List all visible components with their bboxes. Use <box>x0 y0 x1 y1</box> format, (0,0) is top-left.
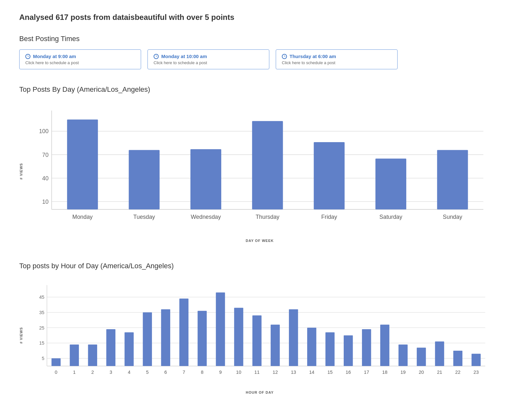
posting-card-title-3: Thursday at 6:00 am <box>282 54 391 59</box>
posting-cards-container: Monday at 9:00 am Click here to schedule… <box>19 49 494 69</box>
svg-rect-74 <box>399 345 408 366</box>
posting-card-title-2: Monday at 10:00 am <box>154 54 263 59</box>
svg-text:8: 8 <box>201 369 203 374</box>
svg-rect-52 <box>198 311 206 366</box>
svg-rect-78 <box>435 341 444 366</box>
chart2-inner: 5152535450123456789101112131415161718192… <box>26 277 494 394</box>
posting-card-2[interactable]: Monday at 10:00 am Click here to schedul… <box>147 49 269 69</box>
svg-text:40: 40 <box>42 175 49 182</box>
svg-text:17: 17 <box>364 369 369 374</box>
svg-text:10: 10 <box>42 199 49 205</box>
svg-text:4: 4 <box>128 369 130 374</box>
chart2-wrap: # VIEWS 51525354501234567891011121314151… <box>19 277 494 394</box>
svg-text:14: 14 <box>309 369 314 374</box>
chart2-y-label: # VIEWS <box>19 277 23 394</box>
svg-text:12: 12 <box>273 369 278 374</box>
posting-card-time-3: Thursday at 6:00 am <box>290 54 336 59</box>
svg-text:1: 1 <box>73 369 76 374</box>
posting-card-1[interactable]: Monday at 9:00 am Click here to schedule… <box>19 49 141 69</box>
svg-text:7: 7 <box>183 369 185 374</box>
svg-text:0: 0 <box>55 369 57 374</box>
best-posting-times-section: Best Posting Times Monday at 9:00 am Cli… <box>19 35 494 69</box>
main-title: Analysed 617 posts from dataisbeautiful … <box>19 13 494 22</box>
chart1-section: Top Posts By Day (America/Los_Angeles) #… <box>19 85 494 243</box>
svg-rect-80 <box>453 351 462 366</box>
best-posting-times-title: Best Posting Times <box>19 35 494 43</box>
svg-text:Tuesday: Tuesday <box>133 214 155 220</box>
svg-rect-14 <box>190 149 221 210</box>
svg-text:5: 5 <box>146 369 149 374</box>
svg-text:22: 22 <box>455 369 460 374</box>
clock-icon-1 <box>25 54 30 59</box>
svg-rect-62 <box>289 309 298 366</box>
svg-text:15: 15 <box>39 340 44 346</box>
svg-text:19: 19 <box>400 369 406 374</box>
posting-card-sub-3: Click here to schedule a post <box>282 60 391 65</box>
svg-text:100: 100 <box>39 128 49 134</box>
chart1-inner: 104070100MondayTuesdayWednesdayThursdayF… <box>26 100 494 243</box>
svg-rect-72 <box>380 325 389 366</box>
svg-rect-40 <box>88 345 97 366</box>
svg-text:6: 6 <box>164 369 167 374</box>
posting-card-time-1: Monday at 9:00 am <box>33 54 76 59</box>
svg-rect-42 <box>106 329 115 366</box>
svg-text:15: 15 <box>327 369 332 374</box>
clock-icon-2 <box>154 54 159 59</box>
svg-text:Sunday: Sunday <box>443 214 462 220</box>
svg-rect-22 <box>437 150 468 209</box>
chart1-svg: 104070100MondayTuesdayWednesdayThursdayF… <box>26 100 494 236</box>
svg-rect-36 <box>52 358 61 366</box>
svg-text:35: 35 <box>39 310 44 315</box>
svg-text:2: 2 <box>91 369 94 374</box>
posting-card-3[interactable]: Thursday at 6:00 am Click here to schedu… <box>276 49 398 69</box>
chart1-wrap: # VIEWS 104070100MondayTuesdayWednesdayT… <box>19 100 494 243</box>
svg-rect-66 <box>325 332 334 366</box>
chart2-x-label: HOUR OF DAY <box>26 390 494 394</box>
svg-text:Wednesday: Wednesday <box>191 214 221 220</box>
svg-rect-56 <box>234 308 243 366</box>
svg-text:5: 5 <box>42 356 44 361</box>
svg-text:16: 16 <box>346 369 351 374</box>
svg-text:11: 11 <box>254 369 259 374</box>
posting-card-title-1: Monday at 9:00 am <box>25 54 135 59</box>
svg-text:10: 10 <box>236 369 241 374</box>
svg-text:3: 3 <box>110 369 112 374</box>
svg-text:21: 21 <box>437 369 442 374</box>
svg-text:18: 18 <box>382 369 387 374</box>
svg-rect-60 <box>271 325 280 366</box>
svg-text:20: 20 <box>419 369 424 374</box>
svg-text:25: 25 <box>39 325 44 330</box>
svg-rect-18 <box>314 142 345 210</box>
svg-rect-68 <box>344 335 353 366</box>
svg-text:Saturday: Saturday <box>379 214 402 220</box>
posting-card-time-2: Monday at 10:00 am <box>161 54 207 59</box>
svg-rect-16 <box>252 121 283 209</box>
svg-rect-10 <box>67 119 98 209</box>
svg-text:23: 23 <box>474 369 479 374</box>
svg-rect-76 <box>417 347 426 366</box>
svg-text:9: 9 <box>219 369 222 374</box>
posting-card-sub-1: Click here to schedule a post <box>25 60 135 65</box>
chart1-x-label: DAY OF WEEK <box>26 239 494 243</box>
posting-card-sub-2: Click here to schedule a post <box>154 60 263 65</box>
svg-rect-38 <box>70 345 79 366</box>
clock-icon-3 <box>282 54 287 59</box>
svg-rect-12 <box>129 150 160 209</box>
svg-text:Thursday: Thursday <box>256 214 279 220</box>
svg-rect-46 <box>143 312 152 366</box>
svg-rect-70 <box>362 329 371 366</box>
svg-text:70: 70 <box>42 152 49 158</box>
svg-rect-64 <box>307 328 316 366</box>
svg-rect-44 <box>124 332 133 366</box>
chart1-title: Top Posts By Day (America/Los_Angeles) <box>19 85 494 94</box>
svg-rect-82 <box>472 354 481 366</box>
svg-rect-48 <box>161 309 170 366</box>
chart2-title: Top posts by Hour of Day (America/Los_An… <box>19 262 494 270</box>
chart2-svg: 5152535450123456789101112131415161718192… <box>26 277 494 387</box>
chart1-y-label: # VIEWS <box>19 100 23 243</box>
svg-text:13: 13 <box>291 369 296 374</box>
chart2-section: Top posts by Hour of Day (America/Los_An… <box>19 262 494 394</box>
svg-rect-54 <box>216 292 225 366</box>
svg-text:45: 45 <box>39 295 44 300</box>
svg-text:Friday: Friday <box>321 214 337 220</box>
